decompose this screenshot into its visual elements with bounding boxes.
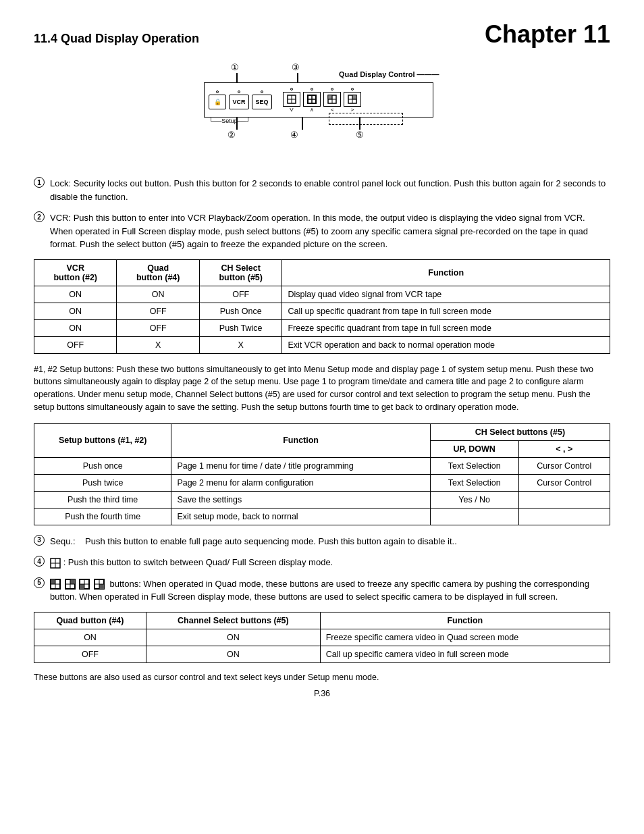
section-3-body: Push this button to enable full page aut… — [85, 536, 457, 546]
table-row: Save the settings — [171, 491, 430, 508]
quad-btn-4-group: > — [344, 88, 361, 113]
quad-btn-3-led — [331, 88, 333, 90]
table-row: ON — [34, 629, 146, 646]
table-row: Push Twice — [199, 319, 281, 336]
page-header: 11.4 Quad Display Operation Chapter 11 — [34, 20, 610, 49]
quad-btn-1-group: V — [283, 88, 300, 113]
table-row: Call up specific camera video in full sc… — [320, 646, 610, 662]
table-row: X — [199, 336, 281, 353]
quad-btn-1[interactable] — [283, 92, 300, 107]
section-2-text: VCR: Push this button to enter into VCR … — [50, 211, 610, 251]
seq-btn[interactable]: SEQ — [252, 95, 272, 109]
section-title: 11.4 Quad Display Operation — [34, 32, 199, 46]
quad-icon-5a — [50, 579, 61, 590]
seq-led — [261, 90, 263, 93]
table3-header-3: Function — [320, 612, 610, 629]
svg-rect-30 — [99, 584, 104, 589]
quad-btn-2[interactable] — [303, 92, 321, 107]
section-4-num: 4 — [34, 556, 45, 567]
section-5-body: buttons: When operated in Quad mode, the… — [50, 579, 589, 602]
seq-button-group: SEQ — [252, 90, 272, 109]
quad-btn-2-group: ∧ — [303, 88, 321, 113]
table-row: Push the fourth time — [34, 508, 171, 525]
page-number: P.36 — [34, 689, 610, 698]
table-row: ON — [117, 286, 199, 303]
table-row: ON — [34, 286, 117, 303]
diagram-area: ① ③ Quad Display Control ——— 🔒 VCR SEQ — [34, 62, 610, 163]
table-row: OFF — [34, 336, 117, 353]
table-row: Freeze specific camera video in Quad scr… — [320, 629, 610, 646]
table-row: Exit VCR operation and back to normal op… — [282, 336, 610, 353]
table-row — [518, 508, 610, 525]
table-row: Text Selection — [430, 474, 518, 491]
lock-led — [216, 90, 219, 93]
table2-header-function: Function — [171, 423, 430, 457]
quad-icon-5c — [79, 579, 90, 590]
table-row: Page 1 menu for time / date / title prog… — [171, 457, 430, 474]
section-4-body: : Push this button to switch between Qua… — [63, 557, 333, 567]
svg-rect-18 — [51, 579, 55, 584]
lock-btn[interactable]: 🔒 — [209, 95, 226, 109]
table-row: OFF — [117, 303, 199, 319]
quad-btn-4[interactable] — [344, 92, 361, 107]
table-row: Exit setup mode, back to norrnal — [171, 508, 430, 525]
table-row: Cursor Control — [518, 474, 610, 491]
dashed-box-5 — [329, 113, 403, 125]
table3-header-1: Quad button (#4) — [34, 612, 146, 629]
table1-header-3: CH Selectbutton (#5) — [199, 259, 281, 286]
section-3-num: 3 — [34, 535, 45, 546]
table-row: Freeze specific quadrant from tape in fu… — [282, 319, 610, 336]
section-5-num: 5 — [34, 577, 45, 588]
svg-rect-26 — [80, 584, 84, 589]
table-row — [430, 508, 518, 525]
table-row: Push Once — [199, 303, 281, 319]
section-5-text: buttons: When operated in Quad mode, the… — [50, 577, 610, 604]
table-row: Cursor Control — [518, 457, 610, 474]
vcr-btn[interactable]: VCR — [229, 95, 249, 109]
section-1: 1 Lock: Security locks out button. Push … — [34, 177, 610, 203]
table-row: Push once — [34, 457, 171, 474]
table-1: VCRbutton (#2) Quadbutton (#4) CH Select… — [34, 259, 610, 354]
section-3: 3 Sequ.: Push this button to enable full… — [34, 535, 610, 548]
section-1-num: 1 — [34, 177, 45, 188]
section-3-text: Sequ.: Push this button to enable full p… — [50, 535, 610, 548]
quad-btn-3[interactable] — [323, 92, 341, 107]
diag-num-2: ② — [227, 130, 236, 140]
table2-header-arrows: < , > — [518, 440, 610, 457]
line-v-5 — [359, 118, 360, 130]
section-2: 2 VCR: Push this button to enter into VC… — [34, 211, 610, 251]
table-2: Setup buttons (#1, #2) Function CH Selec… — [34, 423, 610, 525]
table2-header-updown: UP, DOWN — [430, 440, 518, 457]
section-1-text: Lock: Security locks out button. Push th… — [50, 177, 610, 203]
line-v-2 — [236, 118, 238, 130]
setup-text: #1, #2 Setup buttons: Push these two but… — [34, 363, 610, 414]
table-row: Page 2 menu for alarm configuration — [171, 474, 430, 491]
diag-num-1: ① — [231, 62, 239, 72]
line-v-1 — [236, 73, 238, 83]
table2-header-setup: Setup buttons (#1, #2) — [34, 423, 171, 457]
quad-btn-1-label: V — [290, 107, 293, 113]
quad-btn-2-label: ∧ — [310, 107, 314, 113]
table-row: Yes / No — [430, 491, 518, 508]
lock-button-group: 🔒 — [209, 90, 226, 109]
svg-rect-7 — [328, 95, 332, 99]
vcr-led — [238, 90, 240, 93]
table-row: OFF — [199, 286, 281, 303]
section-2-num: 2 — [34, 211, 45, 222]
table-row: ON — [146, 629, 321, 646]
table-row — [518, 491, 610, 508]
svg-rect-22 — [70, 579, 75, 584]
table-row: OFF — [117, 319, 199, 336]
diag-num-5: ⑤ — [356, 130, 364, 140]
line-v-4 — [302, 118, 303, 130]
diag-num-4: ④ — [290, 130, 298, 140]
table1-header-1: VCRbutton (#2) — [34, 259, 117, 286]
svg-rect-11 — [352, 95, 356, 99]
quad-icon-5d — [94, 579, 105, 590]
table2-header-ch: CH Select buttons (#5) — [430, 423, 610, 440]
quad-btn-3-label: < — [331, 107, 334, 113]
table-row: Push the third time — [34, 491, 171, 508]
quad-btn-1-led — [290, 88, 293, 90]
quad-icon-4 — [50, 558, 61, 569]
chapter-title: Chapter 11 — [485, 20, 610, 49]
